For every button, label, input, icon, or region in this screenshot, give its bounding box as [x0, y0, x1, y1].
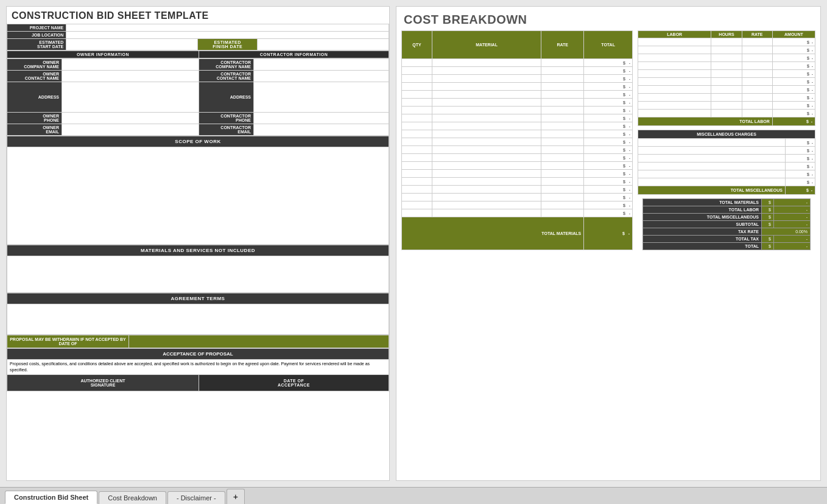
- info-table: OWNERCOMPANY NAME CONTRACTORCOMPANY NAME…: [7, 58, 389, 136]
- misc-header-row: MISCELLANEOUS CHARGES: [638, 130, 815, 139]
- summary-taxrate-label: TAX RATE: [643, 228, 762, 236]
- tab-add-button[interactable]: +: [227, 489, 245, 504]
- tab-construction-bid-sheet[interactable]: Construction Bid Sheet: [5, 491, 97, 504]
- table-row: $ -: [638, 62, 815, 70]
- scope-header: SCOPE OF WORK: [7, 136, 389, 147]
- scope-table: SCOPE OF WORK: [7, 136, 389, 245]
- misc-cost-table: MISCELLANEOUS CHARGES $ - $ - $ - $ - $ …: [638, 130, 815, 195]
- summary-taxrate-value[interactable]: 0.00%: [762, 228, 811, 236]
- acceptance-text: Proposed costs, specifications, and cond…: [7, 360, 389, 375]
- table-row: $ -: [638, 102, 815, 110]
- col-amount: AMOUNT: [772, 31, 815, 38]
- tab-cost-breakdown[interactable]: Cost Breakdown: [99, 491, 166, 504]
- col-material: MATERIAL: [432, 31, 541, 59]
- cost-breakdown-title: COST BREAKDOWN: [396, 7, 820, 30]
- owner-address-value[interactable]: [62, 82, 199, 113]
- materials-content[interactable]: [7, 256, 389, 293]
- table-row: $ -: [402, 83, 633, 91]
- proposal-date-value[interactable]: [129, 335, 389, 348]
- project-name-label: PROJECT NAME: [7, 24, 66, 32]
- agreement-header: AGREEMENT TERMS: [7, 293, 389, 304]
- summary-labor-row: TOTAL LABOR $ -: [643, 206, 811, 214]
- acceptance-table: ACCEPTANCE OF PROPOSAL Proposed costs, s…: [7, 348, 389, 391]
- owner-contact-label: OWNERCONTACT NAME: [7, 71, 62, 82]
- summary-totaltax-label: TOTAL TAX: [643, 236, 762, 243]
- table-row: $ -: [638, 46, 815, 54]
- table-row: $ -: [402, 122, 633, 130]
- owner-email-label: OWNEREMAIL: [7, 124, 62, 136]
- table-row: $ -: [638, 110, 815, 117]
- tab-bar: Construction Bid Sheet Cost Breakdown - …: [0, 487, 827, 504]
- scope-content[interactable]: [7, 147, 389, 245]
- contractor-phone-value[interactable]: [254, 113, 389, 124]
- proposal-label: PROPOSAL MAY BE WITHDRAWN IF NOT ACCEPTE…: [7, 335, 129, 348]
- contractor-email-label: CONTRACTOREMAIL: [199, 124, 254, 136]
- table-row: $ -: [402, 67, 633, 75]
- start-date-value[interactable]: [66, 39, 198, 51]
- bid-header-table: PROJECT NAME JOB LOCATION ESTIMATEDSTART…: [7, 24, 389, 51]
- right-panel: COST BREAKDOWN QTY MATERIAL RATE TOTAL $…: [396, 6, 821, 481]
- project-name-value[interactable]: [66, 24, 389, 32]
- owner-address-label: ADDRESS: [7, 82, 62, 113]
- table-row: $ -: [638, 139, 815, 147]
- owner-company-label: OWNERCOMPANY NAME: [7, 59, 62, 71]
- materials-table: MATERIALS AND SERVICES NOT INCLUDED: [7, 245, 389, 293]
- owner-phone-value[interactable]: [62, 113, 199, 124]
- summary-labor-label: TOTAL LABOR: [643, 206, 762, 214]
- tab-disclaimer[interactable]: - Disclaimer -: [167, 491, 225, 504]
- agreement-table: AGREEMENT TERMS: [7, 293, 389, 335]
- start-date-label: ESTIMATEDSTART DATE: [7, 39, 66, 51]
- summary-materials-row: TOTAL MATERIALS $ -: [643, 199, 811, 206]
- contractor-company-label: CONTRACTORCOMPANY NAME: [199, 59, 254, 71]
- owner-info-header: OWNER INFORMATION: [7, 51, 199, 58]
- contractor-address-value[interactable]: [254, 82, 389, 113]
- total-labor-value: $ -: [772, 117, 815, 126]
- table-row: $ -: [402, 154, 633, 162]
- table-row: $ -: [402, 178, 633, 186]
- summary-total-row: TOTAL $ -: [643, 243, 811, 250]
- summary-misc-row: TOTAL MISCELLANEOUS $ -: [643, 214, 811, 221]
- agreement-content[interactable]: [7, 304, 389, 335]
- finish-date-label: ESTIMATEDFINISH DATE: [198, 39, 257, 51]
- table-row: $ -: [402, 186, 633, 194]
- table-row: $ -: [402, 194, 633, 201]
- owner-email-value[interactable]: [62, 124, 199, 136]
- contractor-contact-value[interactable]: [254, 71, 389, 82]
- total-labor-label: TOTAL LABOR: [638, 117, 773, 126]
- table-row: $ -: [638, 170, 815, 178]
- col-labor: LABOR: [638, 31, 711, 38]
- summary-taxrate-row: TAX RATE 0.00%: [643, 228, 811, 236]
- total-materials-label: TOTAL MATERIALS: [402, 217, 584, 250]
- labor-cost-table: LABOR HOURS RATE AMOUNT $ - $ - $ - $ - …: [638, 30, 815, 126]
- page-title: CONSTRUCTION BID SHEET TEMPLATE: [7, 7, 389, 24]
- owner-company-value[interactable]: [62, 59, 199, 71]
- job-location-value[interactable]: [66, 32, 389, 39]
- materials-header: MATERIALS AND SERVICES NOT INCLUDED: [7, 245, 389, 256]
- signature-label: AUTHORIZED CLIENTSIGNATURE: [7, 374, 199, 391]
- summary-misc-label: TOTAL MISCELLANEOUS: [643, 214, 762, 221]
- table-row: $ -: [402, 138, 633, 146]
- total-misc-label: TOTAL MISCELLANEOUS: [638, 186, 786, 195]
- owner-phone-label: OWNERPHONE: [7, 113, 62, 124]
- table-row: $ -: [402, 99, 633, 107]
- materials-cost-table: QTY MATERIAL RATE TOTAL $ - $ - $ - $ - …: [401, 30, 633, 250]
- total-labor-row: TOTAL LABOR $ -: [638, 117, 815, 126]
- cost-table-area: QTY MATERIAL RATE TOTAL $ - $ - $ - $ - …: [396, 30, 820, 250]
- table-row: $ -: [402, 114, 633, 122]
- col-rate-labor: RATE: [742, 31, 772, 38]
- total-misc-row: TOTAL MISCELLANEOUS $ -: [638, 186, 815, 195]
- total-materials-value: $ -: [584, 217, 633, 250]
- col-hours: HOURS: [711, 31, 742, 38]
- contractor-company-value[interactable]: [254, 59, 389, 71]
- summary-subtotal-row: SUBTOTAL $ -: [643, 221, 811, 228]
- summary-subtotal-label: SUBTOTAL: [643, 221, 762, 228]
- contractor-email-value[interactable]: [254, 124, 389, 136]
- finish-date-value[interactable]: [257, 39, 389, 51]
- contractor-info-header: CONTRACTOR INFORMATION: [199, 51, 389, 58]
- contractor-address-label: ADDRESS: [199, 82, 254, 113]
- proposal-table: PROPOSAL MAY BE WITHDRAWN IF NOT ACCEPTE…: [7, 335, 389, 348]
- misc-header-label: MISCELLANEOUS CHARGES: [638, 130, 815, 139]
- owner-contact-value[interactable]: [62, 71, 199, 82]
- table-row: $ -: [638, 78, 815, 86]
- table-row: $ -: [638, 94, 815, 102]
